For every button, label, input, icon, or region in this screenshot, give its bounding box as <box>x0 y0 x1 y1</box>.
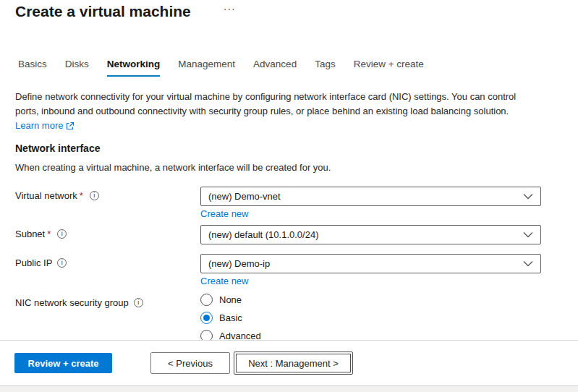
info-icon[interactable]: i <box>90 191 99 200</box>
intro-text: Define network connectivity for your vir… <box>0 90 578 133</box>
chevron-down-icon <box>523 193 533 200</box>
tab-disks[interactable]: Disks <box>65 59 89 77</box>
section-subtitle: When creating a virtual machine, a netwo… <box>0 162 578 173</box>
tab-tags[interactable]: Tags <box>315 59 336 77</box>
subnet-row: Subnet * i (new) default (10.1.0.0/24) <box>0 225 578 244</box>
review-create-button[interactable]: Review + create <box>14 353 112 373</box>
intro-line-1: Define network connectivity for your vir… <box>15 90 578 104</box>
nic-nsg-radio-advanced[interactable]: Advanced <box>200 330 541 341</box>
nic-nsg-row: NIC network security group i None Basic … <box>0 294 578 341</box>
create-vm-page: Create a virtual machine ··· Basics Disk… <box>0 0 578 392</box>
public-ip-dropdown[interactable]: (new) Demo-ip <box>200 254 541 273</box>
virtual-network-label: Virtual network * i <box>15 187 200 201</box>
title-row: Create a virtual machine ··· <box>0 0 578 21</box>
learn-more-label: Learn more <box>15 119 63 133</box>
info-icon[interactable]: i <box>57 229 67 239</box>
page-content: Create a virtual machine ··· Basics Disk… <box>0 0 578 340</box>
bottom-scrollbar-strip[interactable] <box>0 385 578 392</box>
required-marker: * <box>47 229 51 239</box>
subnet-dropdown[interactable]: (new) default (10.1.0.0/24) <box>200 225 541 244</box>
tab-advanced[interactable]: Advanced <box>253 59 297 77</box>
previous-button[interactable]: < Previous <box>150 352 230 374</box>
tab-bar: Basics Disks Networking Management Advan… <box>0 59 578 77</box>
virtual-network-value: (new) Demo-vnet <box>208 191 281 202</box>
chevron-down-icon <box>523 260 533 267</box>
public-ip-row: Public IP i (new) Demo-ip Create new <box>0 254 578 287</box>
subnet-label: Subnet * i <box>15 225 200 239</box>
radio-icon <box>200 330 213 341</box>
public-ip-value: (new) Demo-ip <box>208 258 270 269</box>
section-title: Network interface <box>0 142 578 154</box>
public-ip-label: Public IP i <box>15 254 200 268</box>
intro-line-2: ports, inbound and outbound connectivity… <box>15 104 578 119</box>
virtual-network-row: Virtual network * i (new) Demo-vnet Crea… <box>0 187 578 220</box>
footer-bar: Review + create < Previous Next : Manage… <box>0 340 578 385</box>
info-icon[interactable]: i <box>134 298 143 307</box>
nic-nsg-radio-none[interactable]: None <box>200 294 541 306</box>
nic-nsg-radio-basic[interactable]: Basic <box>200 312 541 324</box>
chevron-down-icon <box>523 231 533 238</box>
external-link-icon <box>66 122 75 130</box>
tab-networking[interactable]: Networking <box>107 59 161 77</box>
info-icon[interactable]: i <box>57 258 67 268</box>
nic-nsg-label: NIC network security group i <box>15 294 200 308</box>
next-management-button[interactable]: Next : Management > <box>234 351 353 375</box>
page-title: Create a virtual machine <box>15 2 191 21</box>
tab-management[interactable]: Management <box>178 59 235 77</box>
virtual-network-create-new-link[interactable]: Create new <box>200 208 248 219</box>
subnet-value: (new) default (10.1.0.0/24) <box>208 229 318 240</box>
radio-selected-icon <box>200 312 213 324</box>
more-options-button[interactable]: ··· <box>224 3 236 14</box>
required-marker: * <box>80 190 83 201</box>
tab-review-create[interactable]: Review + create <box>354 59 424 77</box>
radio-icon <box>200 294 213 306</box>
learn-more-link[interactable]: Learn more <box>15 119 75 133</box>
public-ip-create-new-link[interactable]: Create new <box>200 276 248 286</box>
virtual-network-dropdown[interactable]: (new) Demo-vnet <box>200 187 541 206</box>
tab-basics[interactable]: Basics <box>18 59 47 77</box>
